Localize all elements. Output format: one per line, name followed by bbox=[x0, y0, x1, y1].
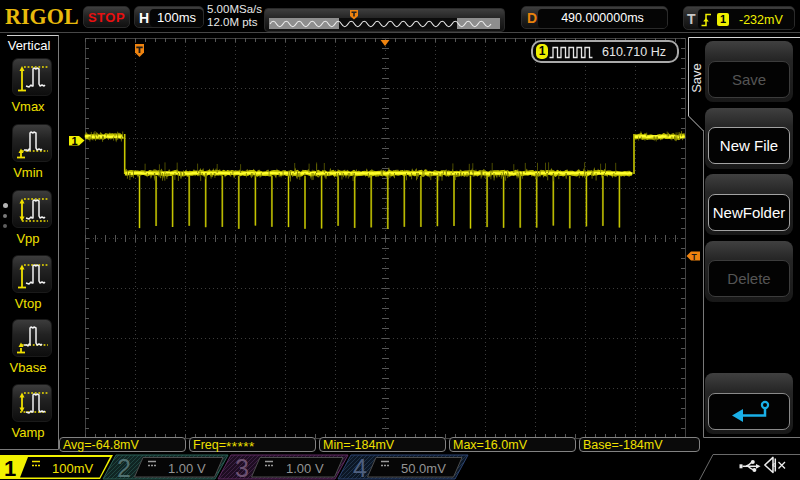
svg-text:1: 1 bbox=[4, 456, 16, 480]
svg-text:1.00 V: 1.00 V bbox=[168, 461, 206, 476]
svg-text:100mV: 100mV bbox=[52, 461, 94, 476]
svg-text:4: 4 bbox=[353, 454, 367, 480]
svg-text:1.00 V: 1.00 V bbox=[286, 461, 324, 476]
svg-text:3: 3 bbox=[235, 454, 249, 480]
svg-text:50.0mV: 50.0mV bbox=[401, 461, 446, 476]
svg-text:1: 1 bbox=[72, 135, 78, 147]
svg-text:2: 2 bbox=[117, 454, 131, 480]
